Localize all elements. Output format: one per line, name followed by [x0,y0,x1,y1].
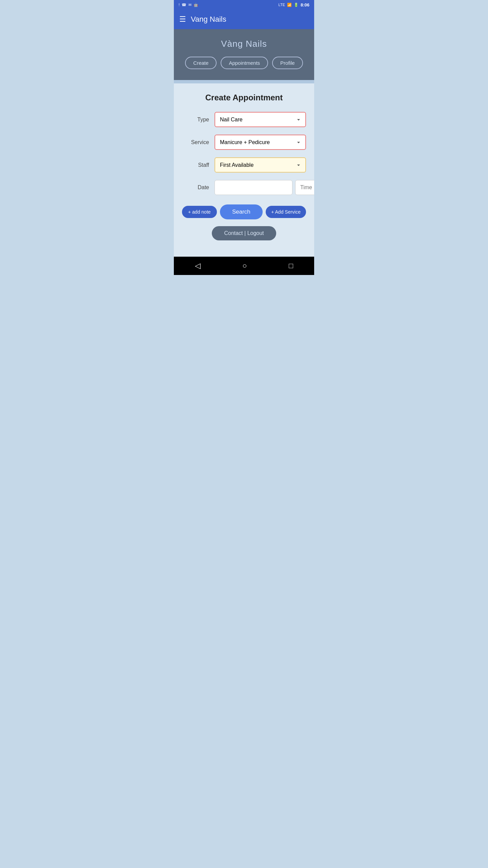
footer-separator: | [244,230,246,236]
android-icon: 🤖 [194,3,198,7]
app-title: Vang Nails [191,15,226,24]
create-button[interactable]: Create [185,57,217,69]
phone-icon: ☎ [182,3,186,7]
hero-buttons: Create Appointments Profile [185,57,303,69]
action-row: + add note Search + Add Service [182,204,306,219]
footer: Contact | Logout [182,226,306,249]
service-row: Service Manicure + Pedicure Manicure Ped… [182,135,306,150]
notification-icon: ! [179,3,180,7]
section-divider [174,80,314,83]
salon-name: Vàng Nails [221,39,267,49]
contact-link[interactable]: Contact [224,230,243,236]
status-bar: ! ☎ ✉ 🤖 LTE 📶 🔋 8:06 [174,0,314,9]
add-service-button[interactable]: + Add Service [266,206,306,218]
logout-link[interactable]: Logout [247,230,264,236]
staff-label: Staff [182,162,209,168]
date-time-row: Date [182,180,306,195]
type-row: Type Nail Care Hair Spa [182,112,306,127]
clock-display: 8:06 [301,2,309,7]
profile-button[interactable]: Profile [272,57,303,69]
footer-links[interactable]: Contact | Logout [212,226,276,240]
service-label: Service [182,139,209,145]
type-label: Type [182,117,209,123]
top-nav-bar: ☰ Vang Nails [174,9,314,29]
signal-icon: 📶 [287,3,292,7]
battery-icon: 🔋 [294,3,299,7]
staff-row: Staff First Available Staff 1 Staff 2 [182,157,306,173]
date-label: Date [182,184,209,191]
home-button[interactable]: ○ [242,261,247,270]
search-button[interactable]: Search [220,204,263,219]
back-button[interactable]: ◁ [195,261,201,270]
time-input[interactable] [295,180,314,195]
hero-section: Vàng Nails Create Appointments Profile [174,29,314,80]
status-bar-left: ! ☎ ✉ 🤖 [179,3,198,7]
lte-icon: LTE [279,3,285,7]
add-note-button[interactable]: + add note [182,206,217,218]
android-nav-bar: ◁ ○ □ [174,257,314,275]
type-select[interactable]: Nail Care Hair Spa [215,112,306,127]
main-content: Create Appointment Type Nail Care Hair S… [174,83,314,257]
message-icon: ✉ [188,3,191,7]
date-input[interactable] [215,180,292,195]
recents-button[interactable]: □ [289,261,293,270]
staff-select[interactable]: First Available Staff 1 Staff 2 [215,157,306,173]
hamburger-menu-icon[interactable]: ☰ [179,15,186,24]
form-title: Create Appointment [182,93,306,102]
status-bar-right: LTE 📶 🔋 8:06 [279,2,309,7]
appointments-button[interactable]: Appointments [221,57,268,69]
service-select[interactable]: Manicure + Pedicure Manicure Pedicure [215,135,306,150]
